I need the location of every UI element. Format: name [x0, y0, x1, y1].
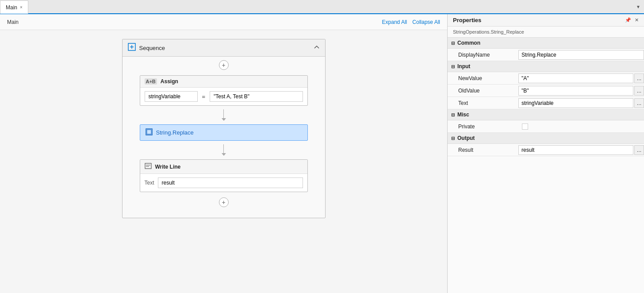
section-expand-output-icon: ⊟	[451, 136, 455, 141]
properties-header-right: 📌 ✕	[625, 17, 639, 23]
prop-newvalue-text: "A"	[521, 75, 529, 81]
write-line-header: Write Line	[140, 160, 307, 174]
prop-oldvalue-cell: "B" …	[518, 86, 644, 96]
prop-section-misc[interactable]: ⊟ Misc	[448, 109, 644, 120]
prop-private-checkbox[interactable]	[522, 123, 528, 130]
prop-result-cell: result …	[518, 145, 644, 155]
main-layout: Main Expand All Collapse All Sequence	[0, 14, 644, 293]
properties-pin-button[interactable]: 📌	[625, 17, 631, 23]
properties-panel: Properties 📌 ✕ StringOperations.String_R…	[447, 14, 644, 293]
tab-label: Main	[6, 4, 17, 11]
sequence-label: Sequence	[139, 45, 165, 51]
add-activity-top-button[interactable]: +	[219, 60, 229, 70]
plus-icon-bottom: +	[222, 199, 225, 206]
prop-row-private: Private	[448, 120, 644, 133]
prop-row-oldvalue: OldValue "B" …	[448, 85, 644, 97]
string-replace-icon	[146, 128, 153, 137]
write-line-body: Text result	[140, 174, 307, 192]
prop-text-ellipsis-button[interactable]: …	[634, 98, 644, 108]
section-expand-input-icon: ⊟	[451, 64, 455, 69]
tab-bar: Main × ▼	[0, 0, 644, 14]
prop-oldvalue-text: "B"	[521, 88, 529, 94]
prop-displayname-value[interactable]: String.Replace	[518, 50, 644, 60]
prop-oldvalue-input[interactable]: "B"	[518, 86, 633, 96]
arrow-head-2	[222, 153, 226, 156]
prop-result-label: Result	[448, 145, 518, 155]
prop-oldvalue-label: OldValue	[448, 86, 518, 96]
prop-newvalue-ellipsis-button[interactable]: …	[634, 73, 644, 83]
arrow-line	[223, 109, 224, 118]
string-replace-label: String.Replace	[156, 129, 194, 136]
sequence-collapse-button[interactable]	[314, 44, 320, 52]
prop-row-newvalue: NewValue "A" …	[448, 72, 644, 85]
string-replace-activity[interactable]: String.Replace	[140, 124, 308, 141]
canvas-area: Main Expand All Collapse All Sequence	[0, 14, 447, 293]
assign-label: Assign	[161, 78, 178, 85]
svg-rect-4	[147, 130, 151, 134]
prop-section-output-label: Output	[457, 135, 475, 141]
arrow-2	[222, 144, 226, 156]
sequence-icon	[128, 43, 136, 53]
prop-row-displayname: DisplayName String.Replace	[448, 49, 644, 61]
assign-variable[interactable]: stringVariable	[145, 91, 198, 102]
sequence-title: Sequence	[128, 43, 165, 53]
prop-section-output[interactable]: ⊟ Output	[448, 133, 644, 144]
add-activity-bottom-button[interactable]: +	[219, 197, 229, 207]
prop-result-text: result	[521, 147, 534, 153]
prop-row-result: Result result …	[448, 144, 644, 156]
prop-section-common-label: Common	[457, 40, 480, 46]
prop-section-input[interactable]: ⊟ Input	[448, 61, 644, 72]
properties-subtitle: StringOperations.String_Replace	[448, 27, 644, 38]
assign-icon: A+B	[145, 78, 157, 85]
prop-result-ellipsis-button[interactable]: …	[634, 145, 644, 155]
sequence-container: Sequence + A+B Assign	[122, 39, 326, 218]
prop-displayname-label: DisplayName	[448, 50, 518, 60]
arrow-line-2	[223, 144, 224, 153]
prop-newvalue-cell: "A" …	[518, 73, 644, 83]
tab-dropdown-icon[interactable]: ▼	[636, 4, 640, 9]
prop-section-input-label: Input	[457, 63, 470, 69]
prop-result-input[interactable]: result	[518, 145, 633, 155]
arrow-head	[222, 118, 226, 121]
collapse-all-button[interactable]: Collapse All	[412, 19, 440, 25]
prop-private-label: Private	[448, 122, 518, 131]
prop-text-text: stringVariable	[521, 100, 553, 106]
arrow-1	[222, 109, 226, 121]
prop-section-common[interactable]: ⊟ Common	[448, 38, 644, 49]
section-expand-misc-icon: ⊟	[451, 112, 455, 117]
prop-text-label: Text	[448, 98, 518, 108]
assign-header: A+B Assign	[140, 76, 307, 88]
main-tab[interactable]: Main ×	[0, 0, 28, 14]
section-expand-common-icon: ⊟	[451, 41, 455, 46]
svg-rect-5	[145, 163, 151, 169]
properties-close-button[interactable]: ✕	[635, 17, 639, 23]
prop-row-text: Text stringVariable …	[448, 97, 644, 109]
assign-equals: =	[200, 93, 207, 100]
canvas-actions: Expand All Collapse All	[382, 19, 440, 25]
assign-activity[interactable]: A+B Assign stringVariable = "Test A, Tes…	[140, 75, 308, 106]
prop-text-input[interactable]: stringVariable	[518, 98, 633, 108]
write-line-label: Write Line	[155, 164, 181, 170]
expand-all-button[interactable]: Expand All	[382, 19, 407, 25]
properties-title: Properties	[453, 17, 481, 23]
tab-bar-right: ▼	[636, 4, 644, 10]
sequence-header: Sequence	[123, 39, 325, 57]
assign-body: stringVariable = "Test A, Test B"	[140, 88, 307, 105]
sequence-body: + A+B Assign stringVariable = "Test A, T…	[123, 57, 325, 211]
prop-newvalue-label: NewValue	[448, 73, 518, 83]
prop-newvalue-input[interactable]: "A"	[518, 73, 633, 83]
write-line-text-input[interactable]: result	[158, 177, 303, 188]
prop-oldvalue-ellipsis-button[interactable]: …	[634, 86, 644, 96]
assign-value[interactable]: "Test A, Test B"	[210, 91, 303, 102]
write-line-text-label: Text	[145, 180, 154, 186]
breadcrumb: Main	[7, 19, 19, 25]
tab-close-button[interactable]: ×	[20, 5, 23, 10]
canvas-toolbar: Main Expand All Collapse All	[0, 14, 447, 30]
write-line-activity[interactable]: Write Line Text result	[140, 159, 308, 192]
properties-header: Properties 📌 ✕	[448, 14, 644, 27]
prop-displayname-value-cell: String.Replace	[518, 50, 644, 60]
prop-displayname-text: String.Replace	[521, 52, 556, 58]
prop-section-misc-label: Misc	[457, 112, 469, 118]
plus-icon: +	[222, 62, 225, 69]
properties-table: ⊟ Common DisplayName String.Replace ⊟ In…	[448, 38, 644, 293]
